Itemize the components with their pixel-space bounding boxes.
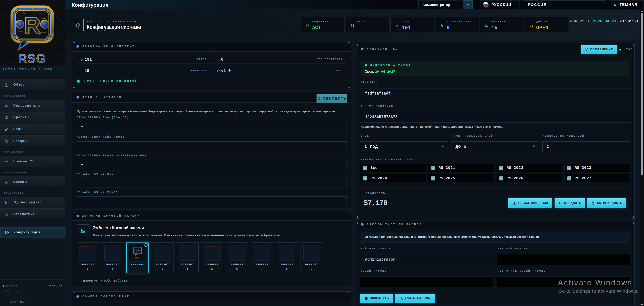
svg-text:RSG: RSG	[18, 52, 46, 65]
svg-text:R: R	[136, 249, 139, 252]
svg-text:R: R	[24, 13, 40, 38]
svg-text:RSG: RSG	[135, 256, 140, 259]
